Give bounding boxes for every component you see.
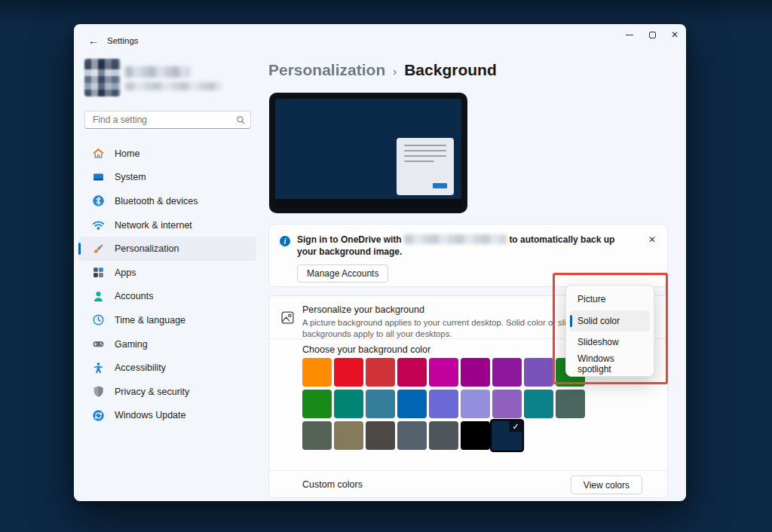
sidebar-item-label: Accessibility (115, 362, 166, 373)
color-swatch-4a675f[interactable] (556, 390, 585, 418)
sidebar-item-label: Windows Update (115, 410, 186, 420)
color-swatch-938fdc[interactable] (461, 390, 490, 418)
sidebar: HomeSystemBluetooth & devicesNetwork & i… (74, 24, 261, 501)
desktop-background: ← Settings ✕ HomeSystemBluetooth & devic… (0, 0, 772, 532)
dropdown-option-label: Slideshow (577, 337, 619, 347)
sidebar-item-label: System (115, 172, 146, 182)
preview-taskbar (275, 199, 461, 207)
sidebar-item-label: Privacy & security (115, 387, 189, 397)
color-swatch-188a18[interactable] (302, 390, 332, 418)
banner-text: Sign in to OneDrive with to automaticall… (297, 234, 629, 258)
sidebar-item-accessibility[interactable]: Accessibility (78, 356, 256, 380)
search-box (84, 111, 251, 129)
sidebar-item-gaming[interactable]: Gaming (78, 332, 256, 356)
sidebar-item-label: Gaming (115, 339, 148, 350)
dropdown-option-windows-spotlight[interactable]: Windows spotlight (570, 353, 650, 375)
sidebar-item-time-language[interactable]: Time & language (78, 308, 256, 332)
color-swatch-c30052[interactable] (397, 358, 427, 387)
background-preview-monitor (269, 93, 467, 213)
dropdown-option-label: Picture (577, 294, 605, 304)
dropdown-option-label: Solid color (577, 316, 620, 326)
personalize-title: Personalize your background (302, 304, 424, 315)
dropdown-option-label: Windows spotlight (577, 353, 650, 375)
color-swatch-357e99[interactable] (366, 390, 395, 418)
user-name-redacted (125, 66, 190, 78)
sidebar-nav: HomeSystemBluetooth & devicesNetwork & i… (78, 142, 256, 427)
sidebar-item-label: Network & internet (115, 220, 192, 231)
background-type-dropdown: PictureSolid colorSlideshowWindows spotl… (565, 285, 654, 377)
color-swatch-55606d[interactable] (397, 421, 427, 450)
home-icon (92, 147, 105, 160)
preview-button-thumbnail (433, 183, 447, 188)
page-title: Background (404, 61, 497, 79)
sidebar-item-label: Personalization (115, 243, 179, 254)
sidebar-item-accounts[interactable]: Accounts (78, 285, 256, 309)
sidebar-item-privacy-security[interactable]: Privacy & security (78, 380, 256, 404)
gaming-icon (92, 338, 105, 350)
color-swatch-7a53ba[interactable] (524, 358, 553, 387)
color-swatch-ff8c00[interactable] (302, 358, 332, 387)
color-swatch-000000[interactable] (461, 421, 490, 450)
time-icon (92, 313, 105, 326)
sidebar-item-system[interactable]: System (78, 166, 256, 190)
color-swatch-c2009e[interactable] (429, 358, 458, 387)
color-swatch-grid: ✓ (302, 358, 585, 453)
color-swatch-018574[interactable] (334, 390, 363, 418)
maximize-icon (649, 32, 656, 38)
banner-email-redacted (404, 234, 507, 244)
minimize-button[interactable] (618, 24, 641, 45)
info-icon: i (280, 236, 290, 246)
close-icon: ✕ (671, 30, 679, 39)
sidebar-item-label: Accounts (115, 291, 153, 301)
network-icon (92, 219, 105, 231)
color-swatch-e81123[interactable] (334, 358, 363, 387)
accessibility-icon (92, 362, 105, 375)
custom-colors-label: Custom colors (302, 479, 363, 490)
swatch-row: ✓ (302, 421, 585, 450)
banner-close-icon[interactable]: ✕ (646, 234, 658, 246)
personalization-icon (92, 243, 105, 255)
breadcrumb-personalization[interactable]: Personalization (268, 61, 385, 79)
dropdown-option-slideshow[interactable]: Slideshow (570, 332, 650, 353)
close-button[interactable]: ✕ (663, 24, 686, 45)
privacy-icon (92, 385, 105, 398)
sidebar-item-bluetooth-devices[interactable]: Bluetooth & devices (78, 189, 256, 213)
dropdown-option-solid-color[interactable]: Solid color (570, 310, 650, 332)
maximize-button[interactable] (641, 24, 663, 45)
preview-screen (275, 99, 461, 207)
sidebar-item-home[interactable]: Home (78, 142, 256, 166)
update-icon (92, 409, 105, 422)
manage-accounts-button[interactable]: Manage Accounts (297, 264, 388, 283)
onedrive-banner: i Sign in to OneDrive with to automatica… (268, 224, 668, 287)
sidebar-item-personalization[interactable]: Personalization (78, 237, 256, 261)
dropdown-option-picture[interactable]: Picture (570, 289, 650, 310)
sidebar-item-label: Apps (115, 268, 136, 278)
picture-icon (280, 310, 295, 325)
sidebar-item-windows-update[interactable]: Windows Update (78, 404, 256, 428)
preview-window-thumbnail (397, 138, 454, 195)
color-swatch-4b4846[interactable] (366, 421, 395, 450)
search-icon (235, 115, 250, 125)
apps-icon (92, 266, 105, 279)
color-swatch-0b2a49[interactable]: ✓ (490, 419, 524, 452)
sidebar-item-apps[interactable]: Apps (78, 261, 256, 285)
color-swatch-0a8287[interactable] (524, 390, 553, 418)
sidebar-item-label: Home (115, 148, 139, 159)
color-swatch-d13438[interactable] (366, 358, 395, 387)
user-avatar[interactable] (84, 59, 121, 96)
caption-buttons: ✕ (618, 24, 686, 47)
color-swatch-9a0089[interactable] (461, 358, 490, 387)
color-swatch-4f555b[interactable] (429, 421, 458, 450)
color-swatch-9060c0[interactable] (492, 390, 522, 418)
color-swatch-6b69d6[interactable] (429, 390, 458, 418)
color-swatch-0066b4[interactable] (397, 390, 427, 418)
color-swatch-556258[interactable] (302, 421, 332, 450)
sidebar-item-network-internet[interactable]: Network & internet (78, 213, 256, 237)
bluetooth-icon (92, 194, 105, 207)
view-colors-button[interactable]: View colors (571, 475, 642, 494)
color-swatch-8e189b[interactable] (492, 358, 522, 387)
search-input[interactable] (85, 115, 235, 125)
color-swatch-847a5c[interactable] (334, 421, 363, 450)
accounts-icon (92, 290, 105, 303)
settings-window: ← Settings ✕ HomeSystemBluetooth & devic… (74, 24, 686, 501)
